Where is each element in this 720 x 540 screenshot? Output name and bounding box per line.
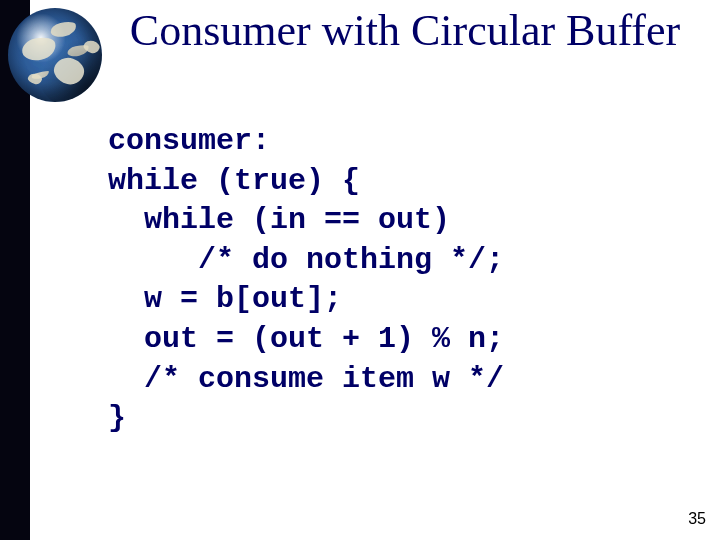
earth-shadow [38,38,102,102]
earth-icon [8,8,102,102]
slide: Consumer with Circular Buffer consumer: … [0,0,720,540]
code-line: /* do nothing */; [108,243,504,277]
code-line: /* consume item w */ [108,362,504,396]
code-line: while (in == out) [108,203,450,237]
code-line: while (true) { [108,164,360,198]
code-block: consumer: while (true) { while (in == ou… [108,122,690,439]
code-line: consumer: [108,124,270,158]
code-line: } [108,401,126,435]
code-line: out = (out + 1) % n; [108,322,504,356]
code-line: w = b[out]; [108,282,342,316]
slide-title: Consumer with Circular Buffer [110,6,700,55]
page-number: 35 [688,510,706,528]
